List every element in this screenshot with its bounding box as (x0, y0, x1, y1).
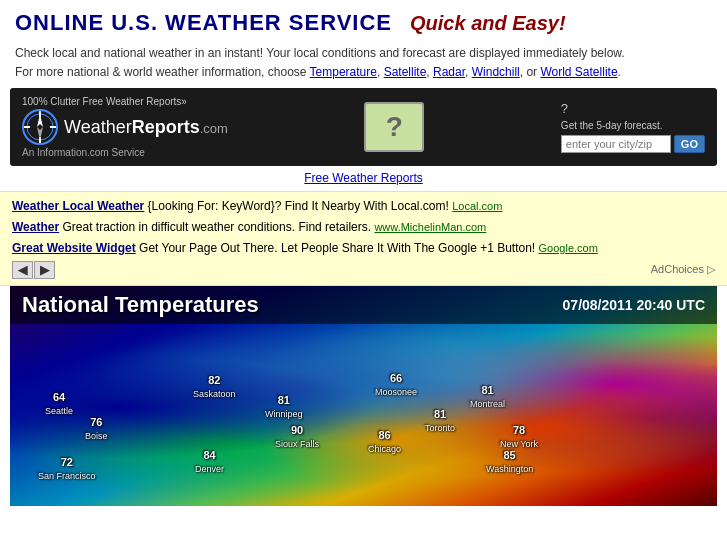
banner-forecast-text: Get the 5-day forecast. (561, 120, 663, 131)
temp-chicago: 86Chicago (368, 429, 401, 455)
temp-montreal: 81Montreal (470, 384, 505, 410)
compass-icon: N (22, 109, 58, 145)
ad-nav-buttons: ◀ ▶ (12, 261, 55, 279)
link-satellite[interactable]: Satellite (384, 65, 427, 79)
map-title: National Temperatures (22, 292, 259, 318)
banner-left: 100% Clutter Free Weather Reports» N Wea… (22, 96, 228, 158)
desc-line2: For more national & world weather inform… (15, 65, 310, 79)
link-temperature[interactable]: Temperature (310, 65, 377, 79)
page-title: ONLINE U.S. WEATHER SERVICE (15, 10, 392, 36)
banner-info-service: An Information.com Service (22, 147, 228, 158)
temp-seattle: 64Seattle (45, 391, 73, 417)
free-weather-link-row: Free Weather Reports (0, 166, 727, 191)
temp-moosonee: 66Moosonee (375, 372, 417, 398)
ad-source-2[interactable]: Google.com (539, 242, 598, 254)
ad-nav-row: ◀ ▶ AdChoices ▷ (12, 261, 715, 279)
banner-logo-text-group: WeatherReports.com (64, 117, 228, 138)
banner-side-question: ? (561, 101, 568, 116)
header: ONLINE U.S. WEATHER SERVICE Quick and Ea… (0, 0, 727, 88)
temp-denver: 84Denver (195, 449, 224, 475)
ad-row-2: Great Website Widget Get Your Page Out T… (12, 240, 715, 257)
temp-saskatoon: 82Saskatoon (193, 374, 236, 400)
weather-map-overlay: National Temperatures 07/08/2011 20:40 U… (10, 286, 717, 506)
logo-reports: Reports (132, 117, 200, 137)
free-weather-link[interactable]: Free Weather Reports (304, 171, 423, 185)
banner-input-row: GO (561, 135, 705, 153)
link-world-satellite[interactable]: World Satellite (540, 65, 617, 79)
ad-section: Weather Local Weather {Looking For: KeyW… (0, 191, 727, 285)
temp-siouxfalls: 90Sioux Falls (275, 424, 319, 450)
map-datetime: 07/08/2011 20:40 UTC (563, 297, 705, 313)
temp-sanfrancisco: 72San Francisco (38, 456, 96, 482)
desc-line1: Check local and national weather in an i… (15, 46, 625, 60)
title-row: ONLINE U.S. WEATHER SERVICE Quick and Ea… (15, 10, 712, 36)
ad-source-1[interactable]: www.MichelinMan.com (374, 221, 486, 233)
ad-title-0[interactable]: Weather Local Weather (12, 199, 144, 213)
ad-row-1: Weather Great traction in difficult weat… (12, 219, 715, 236)
banner-right: ? Get the 5-day forecast. GO (561, 101, 705, 153)
map-title-bar: National Temperatures 07/08/2011 20:40 U… (10, 286, 717, 324)
weather-banner: 100% Clutter Free Weather Reports» N Wea… (10, 88, 717, 166)
ad-body-2: Get Your Page Out There. Let People Shar… (139, 241, 538, 255)
temp-toronto: 81Toronto (425, 408, 455, 434)
go-button[interactable]: GO (674, 135, 705, 153)
temp-washington: 85Washington (486, 449, 533, 475)
temp-winnipeg: 81Winnipeg (265, 394, 303, 420)
ad-title-1[interactable]: Weather (12, 220, 59, 234)
question-box: ? (364, 102, 424, 152)
temp-newyork: 78New York (500, 424, 538, 450)
svg-marker-6 (37, 114, 43, 127)
link-windchill[interactable]: Windchill (472, 65, 520, 79)
svg-marker-7 (37, 127, 43, 140)
logo-weather: Weather (64, 117, 132, 137)
header-description: Check local and national weather in an i… (15, 44, 712, 82)
ad-next-button[interactable]: ▶ (34, 261, 55, 279)
temp-boise: 76Boise (85, 416, 108, 442)
ad-body-0: {Looking For: KeyWord}? Find It Nearby W… (148, 199, 453, 213)
link-radar[interactable]: Radar (433, 65, 465, 79)
banner-logo: N WeatherReports.com (22, 109, 228, 145)
city-zip-input[interactable] (561, 135, 671, 153)
ad-title-2[interactable]: Great Website Widget (12, 241, 136, 255)
banner-tagline: 100% Clutter Free Weather Reports» (22, 96, 228, 107)
ad-choices: AdChoices ▷ (651, 263, 715, 276)
logo-dotcom: .com (200, 121, 228, 136)
weather-map-container: National Temperatures 07/08/2011 20:40 U… (10, 286, 717, 506)
ad-source-0[interactable]: Local.com (452, 200, 502, 212)
banner-center: ? (364, 102, 424, 152)
page-subtitle: Quick and Easy! (410, 12, 566, 35)
ad-prev-button[interactable]: ◀ (12, 261, 33, 279)
svg-text:N: N (39, 109, 42, 114)
page-wrapper: ONLINE U.S. WEATHER SERVICE Quick and Ea… (0, 0, 727, 545)
ad-row-0: Weather Local Weather {Looking For: KeyW… (12, 198, 715, 215)
ad-body-1: Great traction in difficult weather cond… (62, 220, 374, 234)
